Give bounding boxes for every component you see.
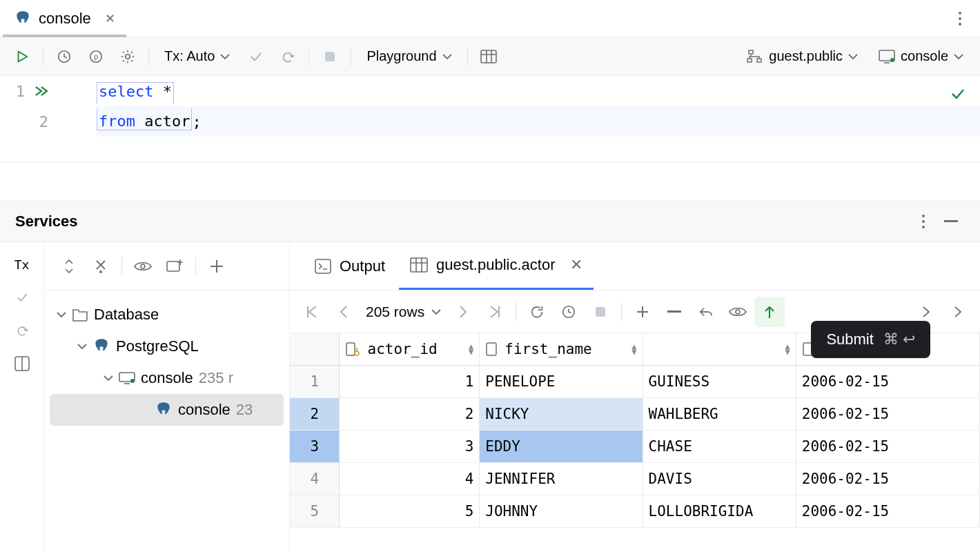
- history-icon[interactable]: [50, 43, 78, 70]
- chevron-down-icon: [954, 53, 963, 60]
- row-number-header[interactable]: [290, 333, 340, 365]
- output-tab[interactable]: Output: [304, 242, 396, 290]
- cell-last-update[interactable]: 2006-02-15: [796, 366, 980, 397]
- cell-last-name[interactable]: DAVIS: [643, 463, 796, 495]
- table-row[interactable]: 44JENNIFERDAVIS2006-02-15: [290, 463, 980, 495]
- session-selector[interactable]: console: [870, 43, 972, 70]
- first-page-icon[interactable]: [297, 297, 327, 327]
- stop-button[interactable]: [316, 43, 344, 70]
- run-button[interactable]: [8, 43, 36, 70]
- table-row[interactable]: 11PENELOPEGUINESS2006-02-15: [290, 366, 980, 398]
- cell-last-update[interactable]: 2006-02-15: [796, 398, 980, 430]
- cell-actor-id[interactable]: 1: [340, 366, 480, 397]
- cell-first-name[interactable]: NICKY: [480, 398, 643, 430]
- cell-actor-id[interactable]: 4: [340, 463, 480, 495]
- table-row[interactable]: 22NICKYWAHLBERG2006-02-15: [290, 398, 980, 431]
- cell-first-name[interactable]: PENELOPE: [480, 366, 643, 397]
- cell-last-name[interactable]: WAHLBERG: [643, 398, 796, 430]
- cell-last-name[interactable]: GUINESS: [643, 366, 796, 397]
- close-icon[interactable]: ✕: [570, 256, 582, 274]
- table-view-icon[interactable]: [475, 43, 502, 70]
- commit-icon[interactable]: [0, 284, 43, 311]
- results-grid[interactable]: actor_id ▲▼ first_name ▲▼ ▲▼: [290, 333, 980, 552]
- commit-icon[interactable]: [242, 43, 270, 70]
- svg-point-15: [922, 220, 925, 223]
- cell-last-update[interactable]: 2006-02-15: [796, 463, 980, 495]
- cell-actor-id[interactable]: 5: [340, 495, 480, 527]
- next-page-icon[interactable]: [448, 297, 478, 327]
- tree-node-postgresql[interactable]: PostgreSQL: [44, 331, 289, 362]
- prev-page-icon[interactable]: [329, 297, 359, 327]
- preview-changes-icon[interactable]: [723, 297, 753, 327]
- tree-node-console-session[interactable]: console 235 r: [44, 362, 289, 394]
- cell-last-update[interactable]: 2006-02-15: [796, 495, 980, 527]
- last-page-icon[interactable]: [480, 297, 510, 327]
- table-row[interactable]: 55JOHNNYLOLLOBRIGIDA2006-02-15: [290, 495, 980, 528]
- tx-status-label[interactable]: Tx: [0, 250, 43, 278]
- cell-last-name[interactable]: CHASE: [643, 431, 796, 462]
- add-icon[interactable]: [203, 253, 231, 280]
- remove-row-icon[interactable]: [659, 297, 689, 327]
- sql-editor[interactable]: 1 2 select * from actor;: [0, 76, 980, 162]
- cell-first-name[interactable]: EDDY: [480, 431, 643, 462]
- more-options-icon[interactable]: [943, 11, 977, 26]
- svg-point-14: [922, 215, 925, 217]
- editor-content[interactable]: select * from actor;: [97, 76, 980, 161]
- sort-icon[interactable]: ▲▼: [631, 344, 636, 355]
- layout-icon[interactable]: [0, 350, 43, 377]
- sort-icon[interactable]: ▲▼: [785, 344, 790, 355]
- tx-mode-selector[interactable]: Tx: Auto: [156, 43, 238, 70]
- column-label: actor_id: [367, 341, 437, 357]
- close-icon[interactable]: ✕: [105, 11, 115, 26]
- row-number-cell[interactable]: 1: [290, 366, 340, 397]
- view-icon[interactable]: [129, 253, 157, 280]
- inspection-ok-icon[interactable]: [950, 86, 966, 102]
- tree-node-count: 23: [236, 401, 253, 419]
- row-number-cell[interactable]: 3: [290, 431, 340, 462]
- revert-icon[interactable]: [691, 297, 721, 327]
- table-icon: [410, 257, 428, 273]
- table-row[interactable]: 33EDDYCHASE2006-02-15: [290, 431, 980, 463]
- cell-first-name[interactable]: JOHNNY: [480, 495, 643, 527]
- chevron-right-icon[interactable]: [943, 297, 973, 327]
- cell-first-name[interactable]: JENNIFER: [480, 463, 643, 495]
- column-header-last-name[interactable]: ▲▼: [643, 333, 796, 365]
- reload-icon[interactable]: [522, 297, 552, 327]
- rollback-icon[interactable]: [0, 317, 43, 344]
- playground-selector[interactable]: Playground: [358, 43, 460, 70]
- new-session-icon[interactable]: [161, 253, 188, 280]
- row-count-selector[interactable]: 205 rows: [360, 304, 447, 320]
- cell-actor-id[interactable]: 3: [340, 431, 480, 462]
- add-row-icon[interactable]: [627, 297, 658, 327]
- explain-plan-icon[interactable]: p: [82, 43, 110, 70]
- minimize-icon[interactable]: [937, 208, 965, 235]
- services-tree[interactable]: Database PostgreSQL console 235 r consol…: [44, 290, 290, 552]
- tree-node-database[interactable]: Database: [44, 299, 289, 331]
- tree-node-label: console: [178, 401, 231, 419]
- row-number-cell[interactable]: 5: [290, 495, 340, 527]
- expand-collapse-icon[interactable]: [55, 253, 83, 280]
- cell-actor-id[interactable]: 2: [340, 398, 480, 430]
- column-header-first-name[interactable]: first_name ▲▼: [480, 333, 643, 365]
- rollback-icon[interactable]: [274, 43, 302, 70]
- table-result-tab[interactable]: guest.public.actor ✕: [399, 242, 594, 290]
- row-number-cell[interactable]: 4: [290, 463, 340, 495]
- submit-button[interactable]: [754, 297, 785, 327]
- terminal-icon: [315, 259, 331, 274]
- settings-icon[interactable]: [114, 43, 141, 70]
- row-number-cell[interactable]: 2: [290, 398, 340, 430]
- services-options-icon[interactable]: [910, 208, 937, 235]
- key-column-icon: [345, 342, 360, 357]
- sort-icon[interactable]: ▲▼: [469, 344, 473, 355]
- cell-last-name[interactable]: LOLLOBRIGIDA: [643, 495, 796, 527]
- run-gutter-icon[interactable]: [35, 86, 48, 97]
- cell-last-update[interactable]: 2006-02-15: [796, 431, 980, 462]
- tree-node-console-leaf[interactable]: console 23: [50, 394, 284, 426]
- editor-tab-console[interactable]: console ✕: [3, 0, 126, 37]
- stop-icon[interactable]: [585, 297, 616, 327]
- schema-selector[interactable]: guest.public: [738, 43, 866, 70]
- code-keyword: from: [99, 112, 135, 130]
- close-session-icon[interactable]: [87, 253, 115, 280]
- auto-refresh-icon[interactable]: [553, 297, 584, 327]
- column-header-actor-id[interactable]: actor_id ▲▼: [340, 333, 480, 365]
